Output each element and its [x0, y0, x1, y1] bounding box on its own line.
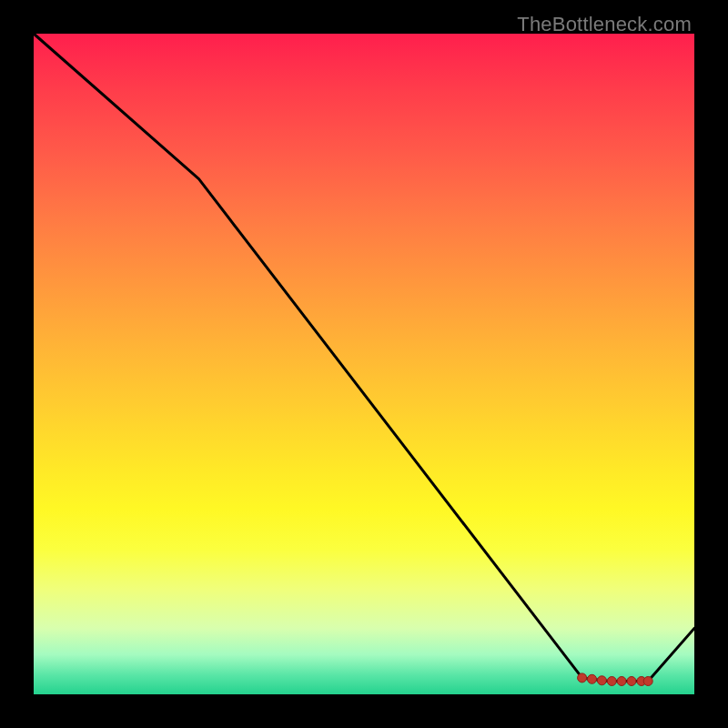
- highlight-markers: [578, 673, 653, 686]
- marker-dot: [607, 677, 616, 686]
- main-line: [34, 34, 694, 682]
- marker-dot: [643, 677, 652, 686]
- chart-svg: [34, 34, 694, 694]
- plot-area: [34, 34, 694, 694]
- marker-dot: [627, 677, 636, 686]
- marker-dot: [617, 677, 626, 686]
- chart-frame: TheBottleneck.com: [0, 0, 728, 728]
- marker-dot: [588, 674, 597, 683]
- marker-dot: [597, 676, 606, 685]
- marker-dot: [578, 673, 587, 682]
